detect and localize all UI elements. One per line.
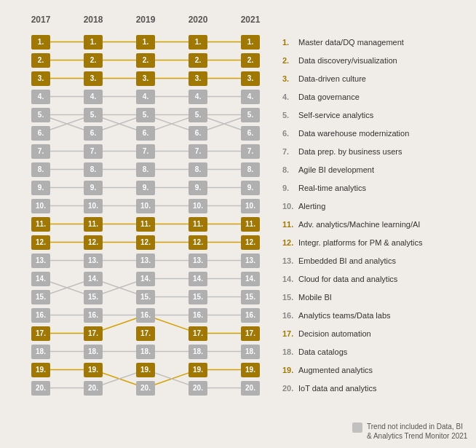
rank-cell-item10-year1: 10. [67,199,119,213]
rank-badge-item19-year2: 19. [136,363,155,377]
rank-cell-item15-year0: 15. [15,290,67,304]
label-text-2: Data discovery/visualization [298,56,397,65]
label-text-5: Self-service analytics [298,111,373,119]
label-num-15: 15. [282,293,295,302]
rank-badge-item16-year3: 16. [189,308,207,323]
rank-cell-item4-year4: 4. [224,90,277,104]
label-num-17: 17. [282,329,295,338]
rank-badge-item1-year2: 1. [136,35,155,50]
rank-cell-item1-year1: 1. [67,35,119,50]
rank-badge-item17-year0: 17. [31,326,50,341]
rank-cell-item1-year0: 1. [15,35,67,50]
label-num-4: 4. [282,93,295,101]
rank-cell-item5-year0: 5. [15,108,67,122]
rank-badge-item20-year2: 20. [136,381,155,396]
rank-cell-item6-year2: 6. [119,126,172,141]
label-text-6: Data warehouse modernization [298,129,409,138]
rank-badge-item7-year4: 7. [241,144,260,159]
label-text-4: Data governance [298,93,360,101]
legend-text: Trend not included in Data, BI & Analyti… [367,422,469,441]
rank-cell-item4-year3: 4. [172,90,224,104]
label-num-11: 11. [282,220,295,229]
rank-row-8: 8.8.8.8.8. [15,160,277,178]
rank-badge-item17-year4: 17. [241,326,260,341]
rank-cell-item12-year3: 12. [172,235,224,250]
rank-cell-item1-year2: 1. [119,35,172,50]
rank-badge-item3-year1: 3. [84,71,103,86]
rank-cell-item11-year4: 11. [224,217,277,232]
rank-cell-item3-year4: 3. [224,71,277,86]
rank-row-4: 4.4.4.4.4. [15,87,277,106]
rank-badge-item15-year3: 15. [189,290,207,304]
rank-badge-item5-year3: 5. [189,108,207,122]
rank-badge-item4-year3: 4. [189,90,207,104]
rank-badge-item19-year1: 19. [84,363,103,377]
label-text-17: Decision automation [298,329,371,338]
rank-cell-item4-year0: 4. [15,90,67,104]
label-text-1: Master data/DQ management [298,38,404,47]
rank-badge-item10-year2: 10. [136,199,155,213]
rank-badge-item9-year2: 9. [136,181,155,195]
legend: Trend not included in Data, BI & Analyti… [352,422,469,441]
rank-cell-item6-year0: 6. [15,126,67,141]
label-row-13: 13.Embedded BI and analytics [282,251,472,270]
label-row-18: 18.Data catalogs [282,342,472,361]
rank-badge-item18-year3: 18. [189,345,207,359]
rank-badge-item8-year2: 8. [136,162,155,177]
year-2018: 2018 [67,15,119,25]
rank-badge-item8-year4: 8. [241,162,260,177]
rank-cell-item11-year1: 11. [67,217,119,232]
rank-badge-item12-year4: 12. [241,235,260,250]
rank-cell-item1-year3: 1. [172,35,224,50]
rank-badge-item18-year2: 18. [136,345,155,359]
rank-badge-item8-year3: 8. [189,162,207,177]
rank-badge-item5-year4: 5. [241,108,260,122]
rank-row-13: 13.13.13.13.13. [15,251,277,270]
rank-row-10: 10.10.10.10.10. [15,197,277,215]
rank-cell-item6-year4: 6. [224,126,277,141]
label-row-3: 3.Data-driven culture [282,69,472,87]
rank-cell-item2-year3: 2. [172,53,224,68]
rank-cell-item16-year0: 16. [15,308,67,323]
rank-badge-item20-year0: 20. [31,381,50,396]
rank-row-2: 2.2.2.2.2. [15,51,277,69]
rank-badge-item14-year0: 14. [31,272,50,286]
rank-badge-item17-year2: 17. [136,326,155,341]
label-row-11: 11.Adv. analytics/Machine learning/AI [282,215,472,233]
rank-cell-item8-year3: 8. [172,162,224,177]
rank-badge-item16-year0: 16. [31,308,50,323]
rank-badge-item17-year1: 17. [84,326,103,341]
label-num-14: 14. [282,275,295,283]
rank-cell-item19-year1: 19. [67,363,119,377]
label-num-7: 7. [282,147,295,156]
rank-cell-item9-year2: 9. [119,181,172,195]
year-2019: 2019 [119,15,172,25]
rank-badge-item18-year1: 18. [84,345,103,359]
rank-badge-item10-year0: 10. [31,199,50,213]
rank-row-18: 18.18.18.18.18. [15,342,277,361]
rank-badge-item8-year1: 8. [84,162,103,177]
rank-cell-item9-year0: 9. [15,181,67,195]
rank-badge-item9-year3: 9. [189,181,207,195]
label-row-20: 20.IoT data and analytics [282,379,472,397]
rank-cell-item5-year4: 5. [224,108,277,122]
rank-badge-item20-year1: 20. [84,381,103,396]
label-row-7: 7.Data prep. by business users [282,142,472,160]
rank-badge-item3-year0: 3. [31,71,50,86]
legend-gray-box [352,423,362,433]
rank-badge-item14-year2: 14. [136,272,155,286]
year-headers: 2017 2018 2019 2020 2021 [15,15,277,25]
rank-badge-item19-year3: 19. [189,363,207,377]
rank-cell-item19-year3: 19. [172,363,224,377]
rank-badge-item15-year1: 15. [84,290,103,304]
label-text-8: Agile BI development [298,165,374,174]
label-row-17: 17.Decision automation [282,324,472,342]
rank-badge-item5-year1: 5. [84,108,103,122]
rank-badge-item9-year0: 9. [31,181,50,195]
rank-cell-item19-year4: 19. [224,363,277,377]
rank-cell-item17-year0: 17. [15,326,67,341]
rank-row-16: 16.16.16.16.16. [15,306,277,324]
rank-cell-item13-year4: 13. [224,254,277,268]
rank-cell-item14-year0: 14. [15,272,67,286]
rank-badge-item10-year3: 10. [189,199,207,213]
